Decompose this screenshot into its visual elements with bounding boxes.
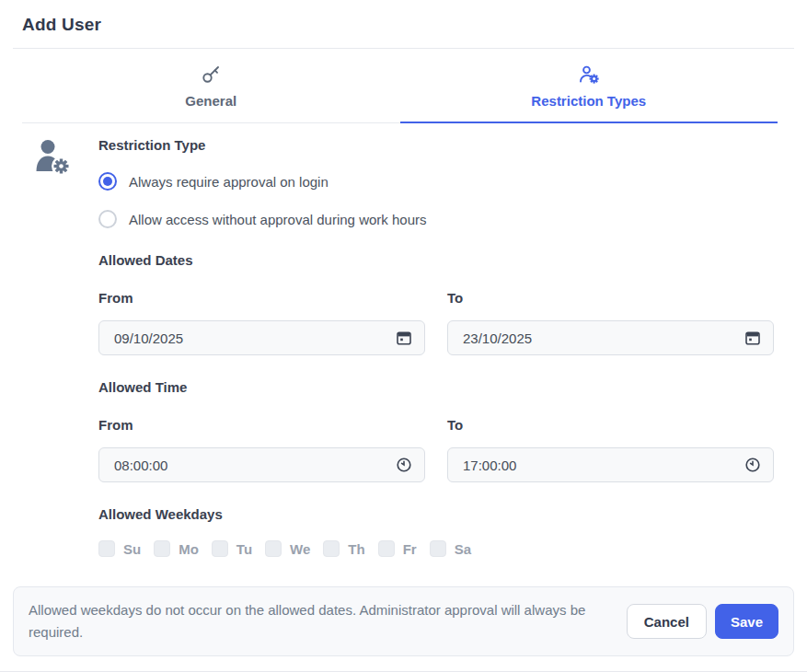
restriction-types-panel: Restriction Type Always require approval… bbox=[0, 123, 807, 557]
time-to-label: To bbox=[447, 417, 774, 433]
save-button[interactable]: Save bbox=[715, 604, 778, 639]
time-to-input[interactable]: 17:00:00 bbox=[447, 447, 774, 482]
key-icon bbox=[200, 64, 222, 86]
weekday-we[interactable]: We bbox=[265, 540, 310, 557]
calendar-icon[interactable] bbox=[396, 330, 412, 346]
page-title: Add User bbox=[22, 15, 785, 35]
checkbox-icon bbox=[430, 540, 446, 557]
tab-general-label: General bbox=[185, 93, 236, 109]
radio-unselected-icon bbox=[98, 210, 117, 228]
section-icon-column bbox=[35, 137, 98, 557]
radio-always-require-approval[interactable]: Always require approval on login bbox=[98, 172, 774, 191]
time-from-value: 08:00:00 bbox=[114, 458, 167, 473]
tab-restriction-types-label: Restriction Types bbox=[531, 93, 646, 109]
weekday-label: We bbox=[290, 541, 310, 557]
checkbox-icon bbox=[98, 540, 115, 557]
validation-message: Allowed weekdays do not occur on the all… bbox=[29, 599, 608, 643]
checkbox-icon bbox=[378, 540, 395, 557]
weekday-su[interactable]: Su bbox=[98, 540, 141, 557]
date-from-value: 09/10/2025 bbox=[114, 330, 183, 346]
radio-label: Always require approval on login bbox=[129, 174, 329, 190]
checkbox-icon bbox=[265, 540, 282, 557]
clock-icon[interactable] bbox=[396, 457, 412, 473]
weekday-fr[interactable]: Fr bbox=[378, 540, 417, 557]
tab-general[interactable]: General bbox=[22, 49, 400, 123]
weekday-label: Sa bbox=[455, 541, 471, 557]
date-from-label: From bbox=[98, 290, 425, 306]
add-user-dialog: Add User General bbox=[0, 0, 807, 672]
weekday-label: Fr bbox=[403, 541, 417, 557]
time-from-input[interactable]: 08:00:00 bbox=[98, 447, 425, 482]
restriction-type-heading: Restriction Type bbox=[98, 137, 774, 153]
dialog-header: Add User bbox=[0, 0, 807, 48]
dialog-footer: Allowed weekdays do not occur on the all… bbox=[13, 586, 794, 656]
allowed-time-heading: Allowed Time bbox=[98, 379, 774, 395]
user-gear-large-icon bbox=[35, 164, 72, 180]
allowed-weekdays-heading: Allowed Weekdays bbox=[98, 506, 774, 522]
checkbox-icon bbox=[154, 540, 170, 557]
date-to-label: To bbox=[447, 290, 774, 306]
tab-bar: General Restriction Types bbox=[22, 49, 778, 123]
checkbox-icon bbox=[323, 540, 340, 557]
tab-restriction-types[interactable]: Restriction Types bbox=[400, 49, 778, 123]
time-to-value: 17:00:00 bbox=[463, 458, 516, 473]
footer-buttons: Cancel Save bbox=[627, 604, 778, 639]
weekday-label: Mo bbox=[179, 541, 199, 557]
weekday-label: Tu bbox=[236, 541, 252, 557]
allowed-dates-heading: Allowed Dates bbox=[98, 252, 774, 268]
weekday-sa[interactable]: Sa bbox=[430, 540, 471, 557]
clock-icon[interactable] bbox=[744, 457, 761, 473]
cancel-button[interactable]: Cancel bbox=[627, 604, 707, 639]
weekday-checkbox-group: Su Mo Tu We Th bbox=[98, 540, 774, 557]
weekday-label: Su bbox=[123, 541, 141, 557]
calendar-icon[interactable] bbox=[744, 330, 761, 346]
weekday-label: Th bbox=[348, 541, 364, 557]
weekday-mo[interactable]: Mo bbox=[154, 540, 199, 557]
weekday-th[interactable]: Th bbox=[323, 540, 364, 557]
radio-allow-access-work-hours[interactable]: Allow access without approval during wor… bbox=[98, 210, 774, 228]
weekday-tu[interactable]: Tu bbox=[212, 540, 252, 557]
radio-label: Allow access without approval during wor… bbox=[129, 212, 427, 227]
date-to-value: 23/10/2025 bbox=[463, 330, 532, 346]
user-gear-icon bbox=[578, 64, 600, 86]
date-to-input[interactable]: 23/10/2025 bbox=[447, 320, 774, 355]
checkbox-icon bbox=[212, 540, 228, 557]
radio-selected-icon bbox=[98, 172, 117, 191]
time-from-label: From bbox=[98, 417, 425, 433]
date-from-input[interactable]: 09/10/2025 bbox=[98, 320, 425, 355]
